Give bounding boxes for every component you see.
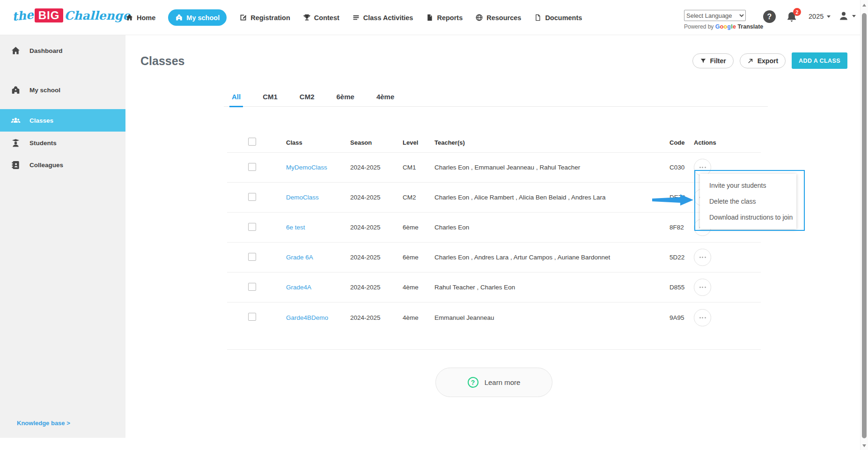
cell-level: 4ème (403, 314, 434, 321)
person-icon (838, 10, 849, 22)
row-actions-button[interactable] (694, 279, 711, 296)
scrollbar-thumb[interactable] (862, 13, 867, 438)
class-name-link[interactable]: Grade4A (286, 284, 311, 291)
language-select[interactable]: Select Language (684, 10, 746, 21)
chevron-down-icon (827, 15, 831, 18)
table-row: Grade 6A2024-20256èmeCharles Eon , Andre… (227, 243, 761, 273)
tab-cm1[interactable]: CM1 (260, 90, 280, 107)
sidebar-item-my-school[interactable]: My school (0, 81, 125, 99)
column-header-level: Level (403, 139, 434, 146)
nav-item-label: Class Activities (363, 14, 413, 22)
vertical-scrollbar[interactable] (860, 0, 868, 450)
cell-season: 2024-2025 (350, 224, 403, 231)
cell-teachers: Charles Eon (434, 224, 669, 231)
menu-item-delete-the-class[interactable]: Delete the class (700, 193, 796, 209)
nav-item-my-school[interactable]: My school (168, 9, 227, 26)
class-name-link[interactable]: MyDemoClass (286, 164, 327, 171)
nav-item-contest[interactable]: Contest (303, 14, 339, 22)
people-icon (11, 116, 21, 125)
scroll-down-arrow[interactable] (862, 444, 866, 447)
menu-item-download-instructions-to-join[interactable]: Download instructions to join (700, 209, 796, 225)
sidebar-item-colleagues[interactable]: Colleagues (0, 155, 125, 174)
sidebar: Knowledge base > DashboardMy schoolClass… (0, 35, 125, 438)
cell-code: 8F82 (669, 224, 694, 231)
powered-by-label: Powered by (684, 23, 714, 30)
cell-season: 2024-2025 (350, 284, 403, 291)
tab-all[interactable]: All (229, 90, 243, 107)
nav-item-resources[interactable]: Resources (475, 14, 521, 22)
cell-level: CM1 (403, 164, 434, 171)
account-menu[interactable] (838, 10, 856, 22)
scroll-up-arrow[interactable] (862, 4, 866, 7)
sidebar-item-label: Students (29, 140, 57, 147)
class-name-link[interactable]: Garde4BDemo (286, 314, 328, 321)
export-button-label: Export (758, 57, 778, 65)
cell-season: 2024-2025 (350, 254, 403, 261)
nav-item-class-activities[interactable]: Class Activities (352, 14, 413, 22)
nav-item-label: Resources (486, 14, 521, 22)
learn-more-button[interactable]: ? Learn more (435, 368, 552, 397)
export-button[interactable]: Export (740, 53, 786, 68)
row-checkbox[interactable] (248, 283, 256, 291)
cell-level: 4ème (403, 284, 434, 291)
select-all-checkbox[interactable] (248, 138, 256, 146)
class-name-link[interactable]: Grade 6A (286, 254, 313, 261)
sidebar-item-classes[interactable]: Classes (0, 109, 125, 132)
student-icon (11, 138, 21, 148)
knowledge-base-link[interactable]: Knowledge base > (17, 420, 70, 427)
row-actions-button[interactable] (694, 309, 711, 326)
sidebar-item-dashboard[interactable]: Dashboard (0, 41, 125, 60)
top-nav: HomeMy schoolRegistrationContestClass Ac… (125, 0, 582, 35)
table-header-row: Class Season Level Teacher(s) Code Actio… (227, 133, 761, 153)
page-title: Classes (140, 54, 185, 68)
nav-item-home[interactable]: Home (125, 14, 155, 22)
google-logo: Google (715, 23, 736, 30)
globe-icon (475, 14, 483, 22)
cell-teachers: Charles Eon , Emmanuel Jeanneau , Rahul … (434, 164, 669, 171)
document-icon (534, 14, 542, 22)
year-dropdown[interactable]: 2025 (809, 13, 831, 20)
tab-6-me[interactable]: 6ème (334, 90, 357, 107)
row-checkbox[interactable] (248, 223, 256, 231)
row-checkbox[interactable] (248, 313, 256, 321)
notifications-button[interactable]: 2 (786, 9, 802, 25)
nav-item-reports[interactable]: Reports (426, 14, 463, 22)
sidebar-item-label: My school (29, 87, 60, 94)
trophy-icon (303, 14, 311, 22)
table-row: Grade4A2024-20254èmeRahul Teacher , Char… (227, 273, 761, 302)
class-name-link[interactable]: 6e test (286, 224, 305, 231)
row-checkbox[interactable] (248, 253, 256, 261)
export-arrow-icon (747, 58, 754, 64)
menu-item-invite-your-students[interactable]: Invite your students (700, 177, 796, 193)
class-name-link[interactable]: DemoClass (286, 194, 319, 201)
home-icon (125, 14, 133, 22)
translate-label: Translate (737, 23, 763, 30)
sidebar-item-students[interactable]: Students (0, 133, 125, 152)
column-header-class: Class (286, 139, 350, 146)
row-checkbox[interactable] (248, 193, 256, 201)
brand-logo[interactable]: the BIG Challenge (12, 8, 130, 22)
help-button[interactable]: ? (763, 10, 776, 23)
school-icon (175, 14, 183, 22)
filter-icon (700, 58, 706, 64)
nav-item-label: Registration (250, 14, 290, 22)
nav-item-registration[interactable]: Registration (239, 14, 290, 22)
nav-item-label: Documents (545, 14, 582, 22)
filter-button[interactable]: Filter (692, 53, 734, 68)
row-checkbox[interactable] (248, 163, 256, 171)
table-body: MyDemoClass2024-2025CM1Charles Eon , Emm… (227, 153, 761, 332)
brand-big: BIG (35, 8, 64, 22)
nav-item-documents[interactable]: Documents (534, 14, 582, 22)
nav-item-label: My school (186, 14, 220, 22)
cell-teachers: Rahul Teacher , Charles Eon (434, 284, 669, 291)
classes-table: Class Season Level Teacher(s) Code Actio… (227, 133, 761, 350)
cell-code: D855 (669, 284, 694, 291)
notification-badge: 2 (793, 8, 801, 16)
sidebar-item-label: Classes (29, 117, 53, 124)
row-actions-button[interactable] (694, 249, 711, 266)
year-label: 2025 (809, 13, 824, 20)
tab-cm2[interactable]: CM2 (297, 90, 317, 107)
add-class-button[interactable]: ADD A CLASS (792, 52, 847, 69)
tab-4-me[interactable]: 4ème (374, 90, 397, 107)
home-icon (11, 46, 21, 56)
